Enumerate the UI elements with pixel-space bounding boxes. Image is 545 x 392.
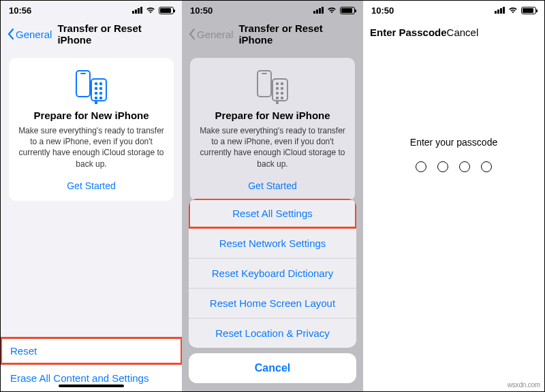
nav-title: Transfer or Reset iPhone bbox=[57, 22, 175, 46]
nav-bar: General Transfer or Reset iPhone bbox=[182, 20, 363, 52]
cellular-icon bbox=[313, 7, 324, 14]
status-bar: 10:50 bbox=[363, 1, 544, 20]
get-started-link[interactable]: Get Started bbox=[18, 180, 164, 191]
nav-title: Enter Passcode bbox=[370, 27, 447, 38]
battery-icon bbox=[159, 7, 174, 14]
status-time: 10:50 bbox=[371, 5, 394, 16]
action-sheet-options: Reset All Settings Reset Network Setting… bbox=[189, 199, 356, 348]
erase-all-row[interactable]: Erase All Content and Settings bbox=[1, 364, 182, 391]
wifi-icon bbox=[508, 7, 518, 14]
passcode-dot bbox=[437, 161, 448, 172]
passcode-dots bbox=[416, 161, 492, 172]
screen-reset-action-sheet: 10:50 General Transfer or Reset iPhone bbox=[182, 1, 363, 391]
status-indicators bbox=[495, 7, 536, 14]
nav-bar: Enter Passcode Cancel bbox=[363, 20, 544, 48]
chevron-left-icon bbox=[189, 29, 196, 39]
status-indicators bbox=[313, 7, 355, 14]
card-body: Make sure everything's ready to transfer… bbox=[18, 125, 164, 169]
reset-network-settings-option[interactable]: Reset Network Settings bbox=[189, 228, 356, 258]
back-button[interactable]: General bbox=[7, 29, 52, 40]
status-bar: 10:56 bbox=[1, 1, 182, 20]
prepare-card: Prepare for New iPhone Make sure everyth… bbox=[9, 58, 174, 201]
screen-reset-settings: 10:56 General Transfer or Reset iPhone bbox=[1, 1, 182, 391]
wifi-icon bbox=[146, 7, 155, 14]
options-list: Reset Erase All Content and Settings bbox=[1, 338, 182, 391]
nav-title: Transfer or Reset iPhone bbox=[238, 22, 356, 46]
cellular-icon bbox=[495, 7, 505, 14]
back-label: General bbox=[16, 29, 52, 40]
devices-icon bbox=[18, 70, 164, 101]
passcode-dot bbox=[416, 161, 426, 172]
action-sheet-cancel[interactable]: Cancel bbox=[189, 353, 356, 383]
status-time: 10:50 bbox=[190, 5, 213, 16]
battery-icon bbox=[340, 7, 355, 14]
home-indicator[interactable] bbox=[59, 385, 124, 387]
status-bar: 10:50 bbox=[182, 1, 363, 20]
reset-home-screen-layout-option[interactable]: Reset Home Screen Layout bbox=[189, 288, 356, 318]
reset-row[interactable]: Reset bbox=[1, 338, 182, 364]
action-sheet: Reset All Settings Reset Network Setting… bbox=[189, 199, 356, 383]
passcode-prompt: Enter your passcode bbox=[410, 137, 497, 148]
card-heading: Prepare for New iPhone bbox=[200, 110, 345, 121]
card-heading: Prepare for New iPhone bbox=[18, 110, 164, 121]
chevron-left-icon bbox=[7, 29, 14, 39]
battery-icon bbox=[521, 7, 536, 14]
nav-bar: General Transfer or Reset iPhone bbox=[1, 20, 182, 52]
reset-location-privacy-option[interactable]: Reset Location & Privacy bbox=[189, 318, 356, 348]
status-time: 10:56 bbox=[9, 5, 31, 16]
passcode-body: Enter your passcode bbox=[363, 48, 544, 391]
cancel-button[interactable]: Cancel bbox=[447, 27, 479, 38]
reset-all-settings-option[interactable]: Reset All Settings bbox=[189, 199, 356, 228]
reset-keyboard-dictionary-option[interactable]: Reset Keyboard Dictionary bbox=[189, 258, 356, 288]
back-button: General bbox=[189, 29, 233, 40]
passcode-dot bbox=[459, 161, 470, 172]
card-body: Make sure everything's ready to transfer… bbox=[200, 125, 345, 169]
wifi-icon bbox=[327, 7, 337, 14]
devices-icon bbox=[200, 70, 345, 101]
screen-enter-passcode: 10:50 Enter Passcode Cancel Enter your p… bbox=[363, 1, 544, 391]
cellular-icon bbox=[132, 7, 142, 14]
passcode-dot bbox=[481, 161, 492, 172]
back-label: General bbox=[197, 29, 233, 40]
status-indicators bbox=[132, 7, 174, 14]
get-started-link: Get Started bbox=[200, 180, 345, 191]
watermark: wsxdn.com bbox=[508, 381, 540, 389]
prepare-card: Prepare for New iPhone Make sure everyth… bbox=[190, 58, 355, 201]
